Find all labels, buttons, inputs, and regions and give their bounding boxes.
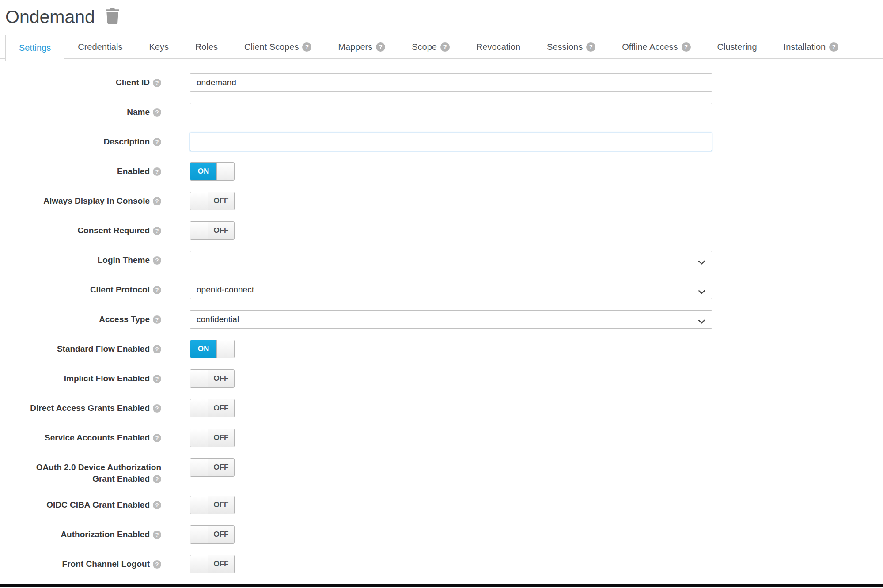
tab-settings[interactable]: Settings [5, 35, 64, 61]
client-settings-form: Client ID? Name? Description? Enabled? O… [0, 59, 883, 573]
tab-label: Credentials [78, 42, 122, 52]
delete-client-button[interactable] [106, 8, 119, 25]
tab-label: Roles [195, 42, 218, 52]
tab-client-scopes[interactable]: Client Scopes ? [231, 35, 325, 58]
help-icon[interactable]: ? [153, 501, 161, 509]
service-accounts-enabled-toggle[interactable]: OFF [190, 429, 235, 447]
toggle-handle [190, 192, 208, 210]
form-row-login-theme: Login Theme? [0, 251, 883, 269]
field-label: Enabled [117, 167, 150, 176]
select-value: confidential [190, 311, 712, 328]
select-value: openid-connect [190, 281, 712, 299]
help-icon[interactable]: ? [153, 79, 161, 87]
form-row-implicit-flow-enabled: Implicit Flow Enabled? OFF [0, 369, 883, 388]
tab-revocation[interactable]: Revocation [463, 35, 534, 58]
help-icon[interactable]: ? [153, 315, 161, 324]
field-label: Login Theme [98, 255, 150, 265]
form-row-client-id: Client ID? [0, 73, 883, 92]
form-row-access-type: Access Type? confidential [0, 310, 883, 329]
help-icon[interactable]: ? [153, 345, 161, 353]
tab-label: Clustering [717, 42, 757, 52]
field-label: Direct Access Grants Enabled [30, 403, 150, 413]
tab-credentials[interactable]: Credentials [64, 35, 136, 58]
tab-mappers[interactable]: Mappers ? [325, 35, 398, 58]
tab-scope[interactable]: Scope ? [398, 35, 463, 58]
toggle-handle [190, 222, 208, 239]
consent-required-toggle[interactable]: OFF [190, 221, 235, 240]
always-display-in-console-toggle[interactable]: OFF [190, 192, 235, 210]
help-icon[interactable]: ? [153, 138, 161, 146]
form-row-name: Name? [0, 103, 883, 121]
name-input[interactable] [190, 103, 712, 121]
help-icon[interactable]: ? [153, 256, 161, 265]
oauth-device-authorization-grant-toggle[interactable]: OFF [190, 458, 235, 477]
help-icon[interactable]: ? [153, 560, 161, 569]
form-row-enabled: Enabled? ON [0, 162, 883, 181]
form-row-description: Description? [0, 133, 883, 151]
toggle-state-label: OFF [208, 429, 234, 447]
field-label: Implicit Flow Enabled [64, 374, 150, 383]
tab-label: Revocation [476, 42, 520, 52]
form-row-service-accounts-enabled: Service Accounts Enabled? OFF [0, 429, 883, 447]
help-icon[interactable]: ? [153, 167, 161, 176]
tab-offline-access[interactable]: Offline Access ? [609, 35, 704, 58]
form-row-consent-required: Consent Required? OFF [0, 221, 883, 240]
help-icon[interactable]: ? [376, 42, 385, 52]
toggle-handle [190, 370, 208, 387]
page-title: Ondemand [5, 6, 95, 27]
page-header: Ondemand [0, 0, 883, 29]
field-label: OAuth 2.0 Device Authorization Grant Ena… [36, 463, 161, 483]
description-input[interactable] [190, 133, 712, 151]
authorization-enabled-toggle[interactable]: OFF [190, 525, 235, 544]
chevron-down-icon [698, 288, 705, 296]
field-label: Consent Required [77, 226, 150, 235]
toggle-state-label: OFF [208, 370, 234, 387]
help-icon[interactable]: ? [153, 375, 161, 383]
tab-label: Offline Access [622, 42, 678, 52]
field-label: Client Protocol [90, 285, 150, 294]
form-row-oauth-device-authorization-grant-enabled: OAuth 2.0 Device Authorization Grant Ena… [0, 458, 883, 485]
help-icon[interactable]: ? [153, 227, 161, 235]
login-theme-select[interactable] [190, 251, 712, 269]
help-icon[interactable]: ? [302, 42, 311, 52]
help-icon[interactable]: ? [153, 197, 161, 205]
chevron-down-icon [698, 318, 705, 326]
help-icon[interactable]: ? [153, 404, 161, 413]
help-icon[interactable]: ? [153, 434, 161, 442]
implicit-flow-enabled-toggle[interactable]: OFF [190, 369, 235, 388]
field-label: Authorization Enabled [61, 530, 150, 539]
tab-installation[interactable]: Installation ? [770, 35, 852, 58]
form-row-authorization-enabled: Authorization Enabled? OFF [0, 525, 883, 544]
client-id-input[interactable] [190, 73, 712, 92]
direct-access-grants-enabled-toggle[interactable]: OFF [190, 399, 235, 417]
tab-clustering[interactable]: Clustering [704, 35, 770, 58]
toggle-handle [190, 526, 208, 543]
help-icon[interactable]: ? [153, 475, 161, 483]
help-icon[interactable]: ? [682, 42, 691, 52]
help-icon[interactable]: ? [153, 531, 161, 539]
trash-icon [106, 8, 119, 25]
tab-label: Scope [412, 42, 437, 52]
help-icon[interactable]: ? [440, 42, 450, 52]
form-row-oidc-ciba-grant-enabled: OIDC CIBA Grant Enabled? OFF [0, 496, 883, 514]
field-label: Name [127, 107, 150, 117]
standard-flow-enabled-toggle[interactable]: ON [190, 340, 235, 358]
help-icon[interactable]: ? [153, 108, 161, 117]
tab-keys[interactable]: Keys [136, 35, 182, 58]
help-icon[interactable]: ? [153, 286, 161, 294]
enabled-toggle[interactable]: ON [190, 162, 235, 181]
field-label: Standard Flow Enabled [57, 344, 150, 353]
field-label: Description [103, 137, 150, 146]
oidc-ciba-grant-enabled-toggle[interactable]: OFF [190, 496, 235, 514]
toggle-handle [190, 429, 208, 447]
client-protocol-select[interactable]: openid-connect [190, 281, 712, 299]
tab-label: Mappers [338, 42, 372, 52]
access-type-select[interactable]: confidential [190, 310, 712, 329]
front-channel-logout-toggle[interactable]: OFF [190, 555, 235, 573]
help-icon[interactable]: ? [586, 42, 595, 52]
tab-roles[interactable]: Roles [182, 35, 231, 58]
field-label: OIDC CIBA Grant Enabled [46, 500, 150, 509]
tab-sessions[interactable]: Sessions ? [534, 35, 609, 58]
toggle-state-label: OFF [208, 192, 234, 210]
help-icon[interactable]: ? [829, 42, 838, 52]
